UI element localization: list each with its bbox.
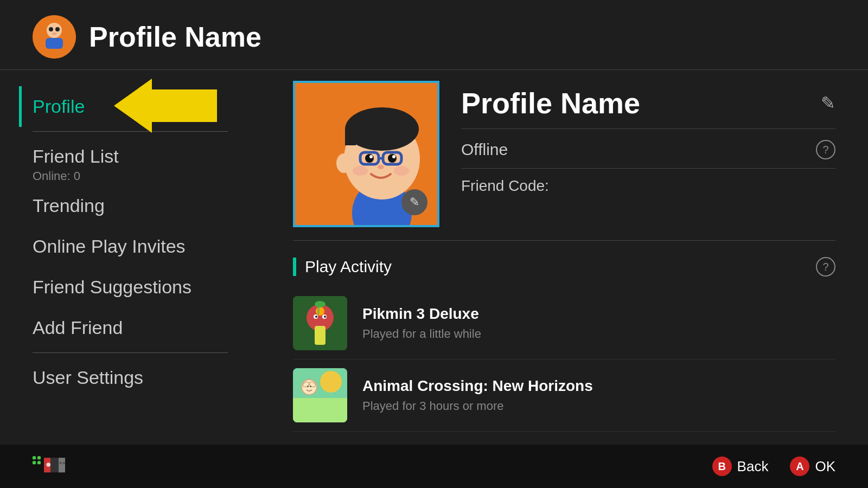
pencil-icon: ✎	[410, 195, 419, 209]
svg-point-18	[378, 165, 384, 169]
game-entry-ac[interactable]: Animal Crossing: New Horizons Played for…	[293, 359, 835, 432]
svg-point-20	[353, 166, 368, 176]
svg-point-16	[369, 155, 373, 158]
header: Profile Name	[0, 0, 868, 70]
ok-action[interactable]: A OK	[790, 457, 835, 476]
svg-rect-51	[63, 462, 66, 465]
svg-point-36	[320, 371, 342, 393]
sidebar-item-user-settings[interactable]: User Settings	[33, 357, 228, 398]
svg-point-33	[324, 316, 326, 318]
sidebar-item-friend-suggestions[interactable]: Friend Suggestions	[33, 267, 228, 307]
status-help-icon[interactable]: ?	[816, 140, 835, 159]
svg-rect-26	[315, 326, 326, 345]
main-layout: Profile Friend List Online: 0 Trending O…	[0, 70, 868, 452]
svg-point-14	[365, 154, 374, 163]
avatar-edit-badge[interactable]: ✎	[401, 189, 427, 215]
svg-point-19	[336, 153, 352, 173]
svg-point-1	[47, 23, 62, 38]
back-label: Back	[737, 458, 769, 475]
svg-rect-2	[46, 38, 63, 49]
play-activity-help-icon[interactable]: ?	[816, 257, 835, 277]
svg-point-3	[49, 27, 53, 31]
svg-rect-43	[37, 456, 41, 459]
svg-point-27	[316, 307, 324, 316]
sidebar: Profile Friend List Online: 0 Trending O…	[0, 70, 260, 452]
pikmin-thumbnail	[293, 296, 347, 350]
profile-status-row: Offline ?	[461, 140, 835, 169]
play-activity-label: Play Activity	[305, 258, 392, 276]
svg-point-5	[52, 33, 56, 35]
svg-rect-49	[47, 463, 51, 467]
sidebar-item-friend-list[interactable]: Friend List Online: 0	[33, 136, 228, 185]
play-activity-bar	[293, 258, 296, 276]
pikmin-game-info: Pikmin 3 Deluxe Played for a little whil…	[362, 305, 481, 341]
friend-code-label: Friend Code:	[461, 177, 549, 194]
ac-thumbnail	[293, 368, 347, 422]
profile-name-text: Profile Name	[461, 86, 640, 120]
sidebar-item-online-play-invites[interactable]: Online Play Invites	[33, 226, 228, 267]
profile-status-text: Offline	[461, 140, 508, 159]
game-entry-pikmin[interactable]: Pikmin 3 Deluxe Played for a little whil…	[293, 287, 835, 359]
svg-point-15	[388, 154, 397, 163]
pikmin-playtime: Played for a little while	[362, 327, 481, 341]
play-activity-title: Play Activity	[293, 258, 392, 276]
header-avatar	[33, 15, 76, 59]
play-activity-section: Play Activity ?	[293, 257, 835, 432]
pikmin-game-title: Pikmin 3 Deluxe	[362, 305, 481, 323]
svg-rect-44	[33, 461, 36, 464]
play-activity-header: Play Activity ?	[293, 257, 835, 277]
sidebar-item-trending[interactable]: Trending	[33, 185, 228, 226]
profile-name-row: Profile Name ✎	[461, 86, 835, 129]
b-button: B	[712, 457, 732, 476]
svg-point-9	[345, 107, 419, 151]
back-action[interactable]: B Back	[712, 457, 769, 476]
profile-avatar-box: ✎	[293, 81, 439, 227]
svg-point-29	[315, 301, 326, 307]
svg-point-21	[394, 166, 409, 176]
sidebar-item-profile[interactable]: Profile	[19, 86, 228, 127]
switch-logo	[33, 454, 65, 478]
svg-rect-50	[60, 462, 62, 465]
svg-rect-48	[59, 458, 65, 472]
svg-rect-42	[33, 456, 36, 459]
sidebar-item-add-friend[interactable]: Add Friend	[33, 307, 228, 348]
ok-label: OK	[815, 458, 835, 475]
friend-code-row: Friend Code:	[461, 177, 835, 195]
profile-header: ✎ Profile Name	[293, 81, 835, 241]
svg-point-4	[55, 27, 60, 31]
svg-rect-35	[293, 398, 347, 422]
friend-list-online-count: Online: 0	[33, 169, 228, 183]
svg-rect-10	[345, 129, 356, 145]
bottom-actions: B Back A OK	[712, 457, 835, 476]
svg-point-17	[392, 155, 395, 158]
svg-point-32	[315, 316, 317, 318]
ac-game-info: Animal Crossing: New Horizons Played for…	[362, 377, 593, 413]
ac-playtime: Played for 3 hours or more	[362, 399, 593, 413]
profile-name-edit-icon[interactable]: ✎	[821, 93, 835, 113]
content-area: ✎ Profile Name	[260, 70, 868, 452]
ac-game-title: Animal Crossing: New Horizons	[362, 377, 593, 395]
a-button: A	[790, 457, 809, 476]
bottom-bar: B Back A OK	[0, 445, 868, 488]
profile-info: Profile Name ✎ Offline ? Friend Code:	[439, 81, 835, 195]
header-title: Profile Name	[89, 21, 261, 53]
svg-rect-45	[37, 461, 41, 464]
